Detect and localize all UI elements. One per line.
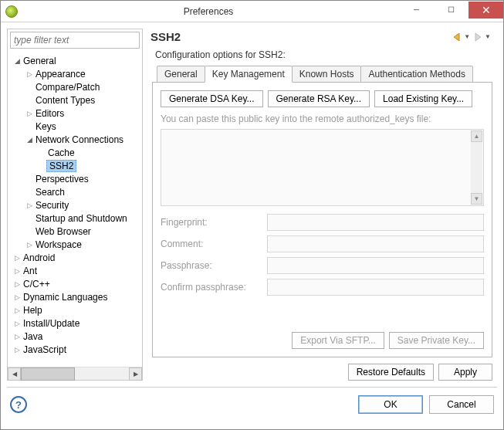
tree-item-security[interactable]: Security [9, 198, 142, 212]
tree-label: General [22, 56, 58, 66]
tree-label: Ant [22, 266, 39, 276]
fingerprint-field[interactable] [267, 214, 484, 231]
tree-label: Keys [34, 121, 58, 132]
fingerprint-label: Fingerprint: [161, 217, 261, 228]
tree-item-help[interactable]: Help [9, 303, 142, 317]
tree-item-search[interactable]: Search [9, 185, 142, 198]
page-description: Configuration options for SSH2: [147, 48, 497, 65]
tree-item-ant[interactable]: Ant [9, 264, 142, 277]
tree-label: Network Connections [34, 134, 125, 145]
minimize-button[interactable]: ─ [399, 2, 434, 19]
tree-label: Perspectives [34, 174, 90, 185]
tree-item-cache[interactable]: Cache [9, 146, 142, 159]
tree-label: Android [22, 252, 56, 263]
tree-item-web-browser[interactable]: Web Browser [9, 225, 142, 238]
tree-arrow-icon[interactable] [12, 254, 22, 262]
nav-back-icon[interactable] [452, 32, 463, 42]
tree-arrow-icon[interactable] [25, 70, 34, 78]
tree-item-appearance[interactable]: Appearance [9, 67, 142, 80]
public-key-textarea[interactable]: ▲▼ [161, 129, 484, 206]
public-key-hint: You can paste this public key into the r… [161, 113, 484, 124]
tree-item-workspace[interactable]: Workspace [9, 238, 142, 251]
tree-label: Install/Update [22, 318, 81, 329]
tab-key-management[interactable]: Key Management [205, 66, 293, 83]
filter-input[interactable] [10, 32, 140, 49]
tree-hscrollbar[interactable]: ◀▶ [8, 367, 142, 380]
tree-arrow-icon[interactable] [25, 241, 34, 249]
page-title: SSH2 [151, 30, 452, 43]
tree-arrow-icon[interactable] [12, 320, 22, 327]
tree-arrow-icon[interactable] [12, 293, 22, 301]
restore-defaults-button[interactable]: Restore Defaults [348, 364, 434, 381]
tree-label: Dynamic Languages [22, 292, 109, 303]
load-existing-key-button[interactable]: Load Existing Key... [374, 90, 472, 107]
generate-dsa-button[interactable]: Generate DSA Key... [161, 90, 263, 107]
tree-label: C/C++ [22, 279, 52, 289]
tree-label: Appearance [34, 69, 87, 80]
nav-back-menu[interactable]: ▼ [464, 33, 470, 40]
tree-item-install-update[interactable]: Install/Update [9, 317, 142, 330]
tab-bar: GeneralKey ManagementKnown HostsAuthenti… [152, 66, 492, 83]
tree-label: Compare/Patch [34, 82, 101, 93]
apply-button[interactable]: Apply [438, 364, 492, 381]
tree-arrow-icon[interactable] [25, 201, 34, 209]
tree-label: Search [34, 187, 66, 198]
tree-label: Help [22, 305, 44, 316]
window-title: Preferences [18, 6, 399, 17]
tree-label: Workspace [34, 239, 83, 250]
passphrase-field[interactable] [267, 257, 484, 274]
tree-label: Cache [46, 147, 76, 158]
nav-forward-menu[interactable]: ▼ [485, 33, 491, 40]
tree-item-keys[interactable]: Keys [9, 120, 142, 133]
generate-rsa-button[interactable]: Generate RSA Key... [268, 90, 370, 107]
tree-arrow-icon[interactable] [12, 346, 22, 354]
tree-item-c-c-[interactable]: C/C++ [9, 277, 142, 290]
tree-arrow-icon[interactable] [12, 57, 22, 65]
confirm-passphrase-field[interactable] [267, 279, 484, 296]
tree-arrow-icon[interactable] [12, 306, 22, 314]
tree-panel: GeneralAppearanceCompare/PatchContent Ty… [7, 29, 143, 381]
tree-label: Web Browser [34, 226, 93, 237]
close-button[interactable]: ✕ [468, 2, 503, 19]
tree-arrow-icon[interactable] [12, 267, 22, 275]
tree-item-general[interactable]: General [9, 54, 142, 67]
tree-label: Java [22, 331, 44, 342]
tree-label: Security [34, 200, 70, 211]
tree-item-content-types[interactable]: Content Types [9, 93, 142, 107]
titlebar: Preferences ─ ☐ ✕ [1, 1, 503, 22]
tree-label: JavaScript [22, 344, 68, 355]
tree-item-network-connections[interactable]: Network Connections [9, 133, 142, 146]
tree-item-perspectives[interactable]: Perspectives [9, 172, 142, 185]
preference-tree[interactable]: GeneralAppearanceCompare/PatchContent Ty… [8, 51, 142, 359]
maximize-button[interactable]: ☐ [434, 2, 468, 19]
confirm-passphrase-label: Confirm passphrase: [161, 282, 261, 293]
tree-label: Startup and Shutdown [34, 213, 129, 224]
tree-label: SSH2 [46, 160, 76, 172]
tab-general[interactable]: General [157, 66, 205, 83]
tree-item-java[interactable]: Java [9, 330, 142, 343]
tree-arrow-icon[interactable] [25, 136, 34, 144]
public-key-scrollbar[interactable]: ▲▼ [471, 130, 482, 205]
app-icon [5, 5, 18, 18]
tree-item-editors[interactable]: Editors [9, 107, 142, 120]
comment-field[interactable] [267, 235, 484, 252]
tree-item-javascript[interactable]: JavaScript [9, 343, 142, 356]
tree-arrow-icon[interactable] [12, 280, 22, 288]
tree-label: Content Types [34, 95, 96, 106]
tree-arrow-icon[interactable] [12, 333, 22, 340]
help-icon[interactable]: ? [10, 396, 27, 413]
cancel-button[interactable]: Cancel [429, 395, 494, 414]
tab-authentication-methods[interactable]: Authentication Methods [360, 66, 472, 83]
export-via-sftp-button[interactable]: Export Via SFTP... [292, 332, 384, 349]
tree-arrow-icon[interactable] [25, 110, 34, 117]
ok-button[interactable]: OK [358, 395, 423, 414]
tree-item-android[interactable]: Android [9, 251, 142, 264]
nav-forward-icon[interactable] [473, 32, 484, 42]
save-private-key-button[interactable]: Save Private Key... [389, 332, 484, 349]
tree-item-dynamic-languages[interactable]: Dynamic Languages [9, 290, 142, 303]
tree-item-ssh2[interactable]: SSH2 [9, 159, 142, 172]
tab-known-hosts[interactable]: Known Hosts [292, 66, 362, 83]
tree-item-compare-patch[interactable]: Compare/Patch [9, 80, 142, 93]
comment-label: Comment: [161, 239, 261, 249]
tree-item-startup-and-shutdown[interactable]: Startup and Shutdown [9, 212, 142, 225]
